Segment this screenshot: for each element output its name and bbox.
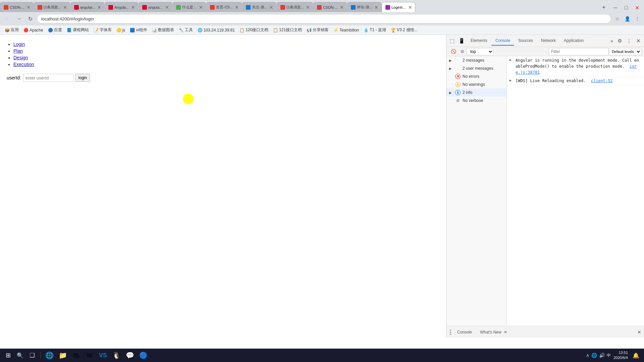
taskbar-explorer-icon[interactable]: 📁 bbox=[57, 350, 69, 361]
bookmark-item[interactable]: 📢分享销客 bbox=[305, 26, 331, 34]
more-tabs-button[interactable]: » bbox=[609, 38, 614, 44]
whats-new-tab[interactable]: What's New ✕ bbox=[477, 329, 510, 336]
login-link[interactable]: Login bbox=[13, 42, 25, 47]
login-button[interactable]: login bbox=[75, 74, 90, 82]
browser-tab-t5[interactable]: angula... ✕ bbox=[139, 2, 172, 12]
minimize-button[interactable]: ─ bbox=[611, 3, 620, 12]
reload-button[interactable]: ↻ bbox=[25, 14, 35, 23]
bookmark-item[interactable]: 📊数据图表 bbox=[150, 26, 176, 34]
taskbar-store-icon[interactable]: 🛍 bbox=[70, 350, 82, 361]
bookmark-item[interactable]: 🟦ui组件 bbox=[128, 26, 149, 34]
console-filter-item[interactable]: ⚠No warnings bbox=[446, 80, 506, 88]
taskbar-task-view[interactable]: ❑ bbox=[27, 350, 38, 361]
taskbar-qq-icon[interactable]: 🐧 bbox=[110, 350, 122, 361]
notification-icon[interactable]: 🔔 bbox=[631, 350, 641, 361]
close-bottom-bar-button[interactable]: ✕ bbox=[637, 329, 641, 335]
console-filter-item[interactable]: ✕No errors bbox=[446, 72, 506, 80]
ime-indicator[interactable]: 中 bbox=[607, 353, 611, 358]
bookmark-item[interactable]: 💧T1 - 蓝湖 bbox=[362, 26, 388, 34]
plan-link[interactable]: Plan bbox=[13, 48, 23, 54]
console-filter-item[interactable]: ▶ℹ2 info bbox=[446, 88, 506, 97]
devtools-menu-button[interactable]: ⋮ bbox=[625, 37, 633, 45]
close-button[interactable]: ✕ bbox=[633, 3, 641, 12]
log-link[interactable]: client:52 bbox=[591, 78, 613, 83]
tab-close-icon[interactable]: ✕ bbox=[374, 5, 378, 10]
bookmark-item[interactable]: 📦应用 bbox=[3, 26, 21, 34]
taskbar-clock[interactable]: 13:51 2020/6/4 bbox=[613, 350, 628, 361]
devtools-tab-elements[interactable]: Elements bbox=[467, 36, 491, 46]
design-link[interactable]: Design bbox=[13, 55, 28, 60]
userid-input[interactable] bbox=[23, 74, 73, 82]
browser-tab-t12[interactable]: Loginh... ✕ bbox=[382, 2, 415, 12]
log-link[interactable]: core.js:38781 bbox=[516, 64, 637, 75]
browser-tab-t11[interactable]: 评论-浪... ✕ bbox=[347, 2, 381, 12]
console-clear-button[interactable]: 🚫 bbox=[449, 47, 458, 56]
bookmark-item[interactable]: 🟡js bbox=[114, 27, 127, 33]
console-bottom-tab[interactable]: Console bbox=[454, 329, 475, 336]
tab-close-icon[interactable]: ✕ bbox=[340, 5, 344, 10]
tab-close-icon[interactable]: ✕ bbox=[165, 5, 169, 10]
tab-close-icon[interactable]: ✕ bbox=[63, 5, 67, 10]
console-filter-item[interactable]: ▶2 user messages bbox=[446, 64, 506, 72]
resize-handle[interactable] bbox=[449, 329, 452, 335]
tab-close-icon[interactable]: ✕ bbox=[97, 5, 101, 10]
taskbar-mail-icon[interactable]: ✉ bbox=[84, 350, 96, 361]
context-selector[interactable]: top bbox=[467, 48, 493, 55]
browser-tab-t8[interactable]: 关注-浪... ✕ bbox=[242, 2, 276, 12]
browser-tab-t9[interactable]: (1条消息... ✕ bbox=[277, 2, 313, 12]
console-filter-button[interactable]: ⊘ bbox=[458, 47, 467, 56]
console-filter-item[interactable]: ▶2 messages bbox=[446, 56, 506, 64]
console-filter-item[interactable]: ⊘No verbose bbox=[446, 97, 506, 105]
bookmark-item[interactable]: 📝字体库 bbox=[92, 26, 114, 34]
volume-icon[interactable]: 🔊 bbox=[599, 353, 605, 358]
tab-close-icon[interactable]: ✕ bbox=[408, 5, 412, 10]
menu-icon[interactable]: ⋮ bbox=[633, 15, 641, 23]
log-level-selector[interactable]: Default levels bbox=[609, 48, 641, 55]
bookmark-item[interactable]: 📘课程网站 bbox=[65, 26, 91, 34]
devtools-tab-application[interactable]: Application bbox=[560, 36, 588, 46]
browser-tab-t4[interactable]: Angula... ✕ bbox=[105, 2, 138, 12]
bookmark-item[interactable]: 📋121接口文档 bbox=[271, 26, 304, 34]
bookmark-item[interactable]: 🔧工具 bbox=[177, 26, 195, 34]
browser-tab-t1[interactable]: CSDN-... ✕ bbox=[0, 2, 34, 12]
tab-close-icon[interactable]: ✕ bbox=[131, 5, 135, 10]
browser-tab-t10[interactable]: CSDN-... ✕ bbox=[313, 2, 347, 12]
tab-close-icon[interactable]: ✕ bbox=[26, 5, 31, 10]
tab-close-icon[interactable]: ✕ bbox=[199, 5, 203, 10]
tab-close-icon[interactable]: ✕ bbox=[235, 5, 239, 10]
close-devtools-button[interactable]: ✕ bbox=[634, 37, 643, 45]
taskbar-chrome-icon[interactable]: 🔵 bbox=[137, 350, 149, 361]
back-button[interactable]: ← bbox=[3, 14, 12, 23]
execution-link[interactable]: Execution bbox=[13, 62, 34, 67]
tab-close-icon[interactable]: ✕ bbox=[269, 5, 273, 10]
device-toggle-button[interactable]: 📱 bbox=[457, 37, 466, 45]
browser-tab-t6[interactable]: 什么是... ✕ bbox=[172, 2, 206, 12]
console-filter-input[interactable] bbox=[549, 48, 609, 55]
bookmark-item[interactable]: 📋120接口文档 bbox=[237, 26, 270, 34]
network-icon[interactable]: 🌐 bbox=[591, 353, 597, 358]
url-bar[interactable]: localhost:4200/#/login/login bbox=[37, 14, 611, 23]
browser-tab-t7[interactable]: 首页-CS... ✕ bbox=[206, 2, 242, 12]
bookmark-item[interactable]: 🌐103.24.119.39:81 bbox=[196, 27, 237, 33]
bookmark-item[interactable]: 🔴Apache bbox=[21, 27, 45, 33]
bookmark-item[interactable]: 🔵百度 bbox=[46, 26, 64, 34]
browser-tab-t2[interactable]: (1条消息... ✕ bbox=[34, 2, 70, 12]
inspect-element-button[interactable]: ⬚ bbox=[448, 37, 457, 45]
expand-icon[interactable]: ▶ bbox=[509, 78, 514, 82]
tab-close-icon[interactable]: ✕ bbox=[306, 5, 310, 10]
new-tab-button[interactable]: + bbox=[599, 3, 608, 12]
start-button[interactable]: ⊞ bbox=[3, 350, 13, 361]
user-icon[interactable]: 👤 bbox=[623, 15, 631, 23]
devtools-tab-console[interactable]: Console bbox=[491, 36, 514, 46]
taskbar-edge-icon[interactable]: 🌐 bbox=[43, 350, 55, 361]
taskbar-wechat-icon[interactable]: 💬 bbox=[124, 350, 136, 361]
forward-button[interactable]: → bbox=[14, 14, 23, 23]
taskbar-vscode-icon[interactable]: VS bbox=[97, 350, 109, 361]
bookmark-icon[interactable]: ☆ bbox=[613, 15, 621, 23]
bookmark-item[interactable]: 🏆V3.2 感悟... bbox=[389, 26, 420, 34]
expand-icon[interactable]: ▶ bbox=[509, 58, 514, 62]
browser-tab-t3[interactable]: angular... ✕ bbox=[70, 2, 104, 12]
restore-button[interactable]: □ bbox=[622, 3, 631, 12]
expand-icon[interactable]: ∧ bbox=[586, 353, 589, 358]
settings-button[interactable]: ⚙ bbox=[615, 37, 624, 45]
